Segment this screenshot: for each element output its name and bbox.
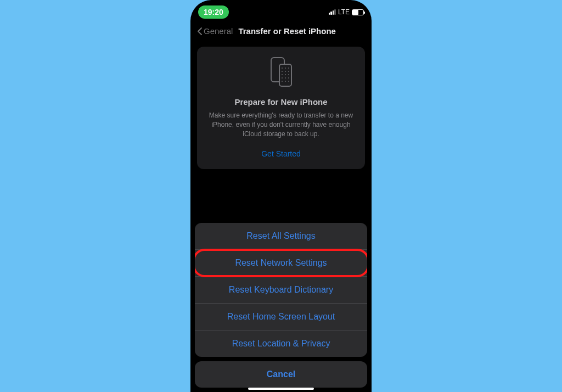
- back-button[interactable]: General: [197, 26, 233, 36]
- svg-point-9: [285, 74, 286, 75]
- prepare-subtitle: Make sure everything's ready to transfer…: [206, 111, 356, 138]
- svg-point-2: [282, 68, 283, 69]
- status-right: LTE: [329, 8, 364, 16]
- back-label: General: [204, 26, 233, 36]
- svg-point-11: [282, 77, 283, 79]
- svg-point-15: [285, 81, 286, 82]
- reset-network-settings[interactable]: Reset Network Settings: [195, 250, 367, 277]
- svg-point-3: [285, 68, 286, 69]
- nav-title: Transfer or Reset iPhone: [238, 26, 336, 36]
- cancel-button[interactable]: Cancel: [195, 361, 367, 388]
- prepare-card: Prepare for New iPhone Make sure everyth…: [197, 47, 365, 169]
- prepare-title: Prepare for New iPhone: [206, 97, 356, 107]
- sheet-item-label: Reset Network Settings: [235, 258, 327, 267]
- sheet-group: Reset All Settings Reset Network Setting…: [195, 223, 367, 357]
- svg-point-6: [285, 71, 286, 72]
- time-pill[interactable]: 19:20: [198, 5, 229, 19]
- cellular-signal-icon: [329, 9, 336, 15]
- phone-frame: 19:20 LTE General Transfer or Reset iPho…: [190, 0, 372, 392]
- svg-point-13: [288, 77, 289, 79]
- svg-point-4: [288, 68, 289, 69]
- svg-point-8: [282, 74, 283, 75]
- reset-location-privacy[interactable]: Reset Location & Privacy: [195, 331, 367, 357]
- svg-point-12: [285, 77, 286, 79]
- svg-point-5: [282, 71, 283, 72]
- reset-all-settings[interactable]: Reset All Settings: [195, 223, 367, 250]
- svg-point-7: [288, 71, 289, 72]
- reset-keyboard-dictionary[interactable]: Reset Keyboard Dictionary: [195, 277, 367, 304]
- action-sheet: Reset All Settings Reset Network Setting…: [190, 223, 372, 392]
- svg-point-10: [288, 74, 289, 75]
- content-area: Prepare for New iPhone Make sure everyth…: [190, 40, 372, 169]
- two-phones-icon: [206, 57, 356, 87]
- home-indicator[interactable]: [248, 388, 314, 390]
- svg-point-16: [288, 81, 289, 82]
- battery-icon: [352, 9, 364, 15]
- network-label: LTE: [338, 8, 350, 16]
- nav-bar: General Transfer or Reset iPhone: [190, 22, 372, 40]
- svg-point-14: [282, 81, 283, 82]
- get-started-link[interactable]: Get Started: [206, 149, 356, 158]
- chevron-left-icon: [197, 27, 203, 36]
- reset-home-screen-layout[interactable]: Reset Home Screen Layout: [195, 304, 367, 331]
- svg-rect-1: [279, 64, 291, 86]
- status-bar: 19:20 LTE: [190, 0, 372, 22]
